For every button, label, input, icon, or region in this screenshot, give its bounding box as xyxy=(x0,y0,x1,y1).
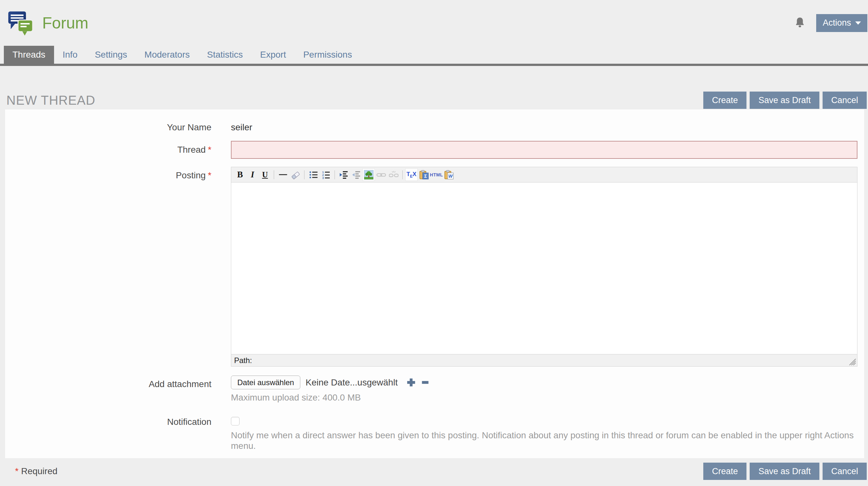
your-name-row: Your Name seiler xyxy=(5,121,864,134)
your-name-label: Your Name xyxy=(5,121,211,134)
toolbar-separator xyxy=(304,170,305,179)
chevron-down-icon xyxy=(855,22,861,25)
tab-bar: ThreadsInfoSettingsModeratorsStatisticsE… xyxy=(0,46,868,66)
tab-settings[interactable]: Settings xyxy=(86,46,135,64)
cancel-button[interactable]: Cancel xyxy=(823,463,867,480)
ordered-list-button[interactable]: 123 xyxy=(320,169,332,180)
add-attachment-label: Add attachment xyxy=(5,376,211,391)
notification-bell-icon[interactable] xyxy=(795,16,805,30)
thread-title-input[interactable] xyxy=(231,141,858,159)
svg-text:W: W xyxy=(448,174,453,179)
remove-attachment-minus-icon[interactable] xyxy=(421,378,429,387)
section-title: NEW THREAD xyxy=(6,93,95,108)
cancel-button[interactable]: Cancel xyxy=(823,91,867,109)
actions-button-label: Actions xyxy=(823,18,851,28)
create-button[interactable]: Create xyxy=(703,463,746,480)
app-header: Forum Actions xyxy=(0,0,868,46)
add-attachment-plus-icon[interactable] xyxy=(406,378,416,387)
html-source-button[interactable]: HTML xyxy=(431,169,442,180)
tab-info[interactable]: Info xyxy=(54,46,86,64)
notification-row: Notification Notify me when a direct ans… xyxy=(5,417,864,451)
toolbar-separator xyxy=(335,170,335,179)
svg-text:Σ: Σ xyxy=(424,174,427,179)
toolbar-separator xyxy=(402,170,403,179)
rich-text-editor: BIU123TEXΣHTMLW Path: xyxy=(231,167,858,367)
create-button[interactable]: Create xyxy=(703,91,746,109)
unordered-list-button[interactable] xyxy=(307,169,319,180)
max-upload-note: Maximum upload size: 400.0 MB xyxy=(231,393,858,402)
tab-permissions[interactable]: Permissions xyxy=(294,46,361,64)
forum-logo-icon xyxy=(8,10,33,36)
editor-resize-handle[interactable] xyxy=(848,358,856,366)
tex-formula-button[interactable]: TEX xyxy=(406,169,417,180)
notification-checkbox[interactable] xyxy=(231,417,240,426)
notification-label: Notification xyxy=(5,417,211,427)
page-title: Forum xyxy=(42,14,88,32)
tab-export[interactable]: Export xyxy=(251,46,294,64)
posting-content-area[interactable] xyxy=(231,182,857,354)
paste-word-button[interactable]: W xyxy=(443,169,455,180)
file-status-text: Keine Date...usgewählt xyxy=(305,377,398,388)
posting-label: Posting* xyxy=(5,167,211,182)
tab-statistics[interactable]: Statistics xyxy=(198,46,251,64)
paste-math-button[interactable]: Σ xyxy=(418,169,430,180)
required-asterisk: * xyxy=(208,170,211,180)
insert-image-button[interactable] xyxy=(363,169,374,180)
underline-button[interactable]: U xyxy=(259,169,271,180)
thread-label: Thread* xyxy=(5,143,211,156)
form-footer: *Required Create Save as Draft Cancel xyxy=(5,463,867,480)
editor-path-label: Path: xyxy=(234,356,252,365)
posting-row: Posting* BIU123TEXΣHTMLW Path: xyxy=(5,167,864,367)
editor-statusbar: Path: xyxy=(231,354,857,366)
required-note: *Required xyxy=(5,466,58,477)
unlink-button xyxy=(388,169,399,180)
actions-button[interactable]: Actions xyxy=(816,14,867,32)
outdent-button xyxy=(350,169,362,180)
remove-format-button[interactable] xyxy=(289,169,301,180)
action-buttons-top: Create Save as Draft Cancel xyxy=(703,91,867,109)
thread-row: Thread* xyxy=(5,141,864,159)
tab-moderators[interactable]: Moderators xyxy=(136,46,198,64)
link-button xyxy=(375,169,387,180)
choose-file-button[interactable]: Datei auswählen xyxy=(231,376,300,389)
notification-description: Notify me when a direct answer has been … xyxy=(231,430,858,451)
toolbar-separator xyxy=(274,170,274,179)
new-thread-form: Your Name seiler Thread* Posting* BIU123… xyxy=(5,110,864,458)
svg-text:3: 3 xyxy=(322,176,324,180)
indent-button[interactable] xyxy=(338,169,349,180)
italic-button[interactable]: I xyxy=(247,169,258,180)
attachment-row: Add attachment Datei auswählen Keine Dat… xyxy=(5,376,864,402)
editor-toolbar: BIU123TEXΣHTMLW xyxy=(231,167,857,182)
tab-threads[interactable]: Threads xyxy=(4,46,54,64)
action-buttons-bottom: Create Save as Draft Cancel xyxy=(703,463,867,480)
horizontal-rule-button[interactable] xyxy=(277,169,289,180)
bold-button[interactable]: B xyxy=(234,169,246,180)
required-asterisk: * xyxy=(208,145,211,154)
save-as-draft-button[interactable]: Save as Draft xyxy=(750,91,819,109)
save-as-draft-button[interactable]: Save as Draft xyxy=(750,463,819,480)
your-name-value: seiler xyxy=(231,121,858,134)
